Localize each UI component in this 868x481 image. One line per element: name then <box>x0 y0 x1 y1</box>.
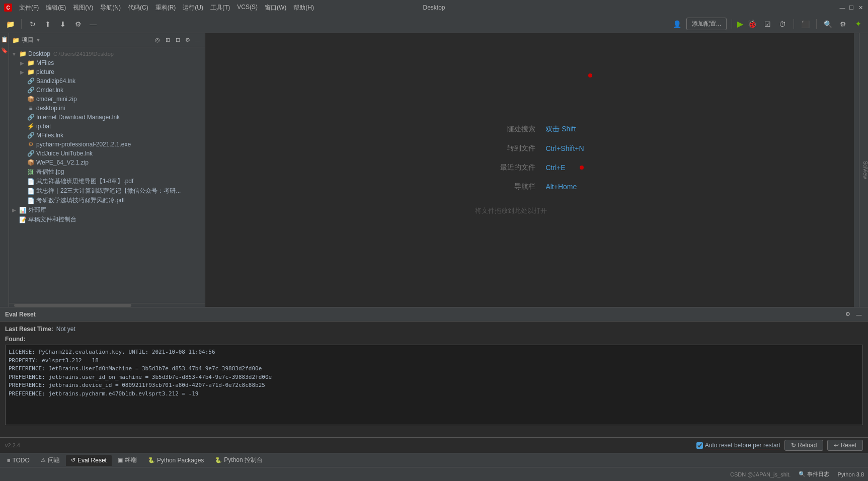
hint-drop: 将文件拖放到此处以打开 <box>475 201 584 215</box>
menu-run[interactable]: 运行(U) <box>180 3 206 13</box>
folder-icon: 📁 <box>12 37 20 44</box>
hint-recent: 最近的文件 Ctrl+E <box>475 163 584 172</box>
tree-item-pycharm-exe[interactable]: ▶ ⚙ pycharm-professional-2021.2.1.exe <box>9 140 205 149</box>
status-event-log[interactable]: 🔍 事件日志 <box>799 470 829 478</box>
expand-icon[interactable]: ⬇ <box>57 18 69 30</box>
search-icon[interactable]: 🔍 <box>822 18 834 30</box>
sync-icon[interactable]: ↻ <box>27 18 39 30</box>
menu-tools[interactable]: 工具(T) <box>207 3 233 13</box>
stop-icon[interactable]: ⬛ <box>799 18 811 30</box>
eval-text-area[interactable]: LICENSE: PyCharm212.evaluation.key, UNTI… <box>5 345 863 425</box>
tree-item-pdf1[interactable]: ▶ 📄 武忠祥基础班思维导图【1-8章】.pdf <box>9 177 205 186</box>
terminal-label: 终端 <box>125 456 137 464</box>
vidjuice-icon: 🔗 <box>27 149 35 157</box>
eval-settings-icon[interactable]: ⚙ <box>844 310 852 318</box>
reload-button[interactable]: ↻ Reload <box>784 440 823 451</box>
options-icon[interactable]: ⚙ <box>184 36 192 44</box>
tree-hscroll[interactable] <box>9 303 205 307</box>
settings-gear-icon[interactable]: ⚙ <box>72 18 84 30</box>
tree-item-bandizip[interactable]: ▶ 🔗 Bandizip64.lnk <box>9 76 205 86</box>
issues-label: 问题 <box>48 456 60 464</box>
tree-item-cmder[interactable]: ▶ 🔗 Cmder.lnk <box>9 86 205 95</box>
sidebar-bookmark-icon[interactable]: 🔖 <box>1 46 9 54</box>
tree-item-ipbat[interactable]: ▶ ⚡ ip.bat <box>9 122 205 131</box>
python-packages-label: Python Packages <box>157 457 204 464</box>
tab-python-console[interactable]: 🐍 Python 控制台 <box>210 454 268 466</box>
tree-item-cmder-zip[interactable]: ▶ 📦 cmder_mini.zip <box>9 95 205 104</box>
close-button[interactable]: ✕ <box>857 4 864 11</box>
close-panel-icon[interactable]: — <box>194 36 202 44</box>
status-python[interactable]: Python 3.8 <box>837 471 864 477</box>
pycharm-exe-icon: ⚙ <box>27 140 35 148</box>
bandizip-label: Bandizip64.lnk <box>36 77 75 85</box>
hint-navbar-key: Alt+Home <box>545 183 577 191</box>
collapse-icon[interactable]: ⬆ <box>42 18 54 30</box>
editor-scrollbar[interactable] <box>854 33 859 307</box>
help-icon[interactable]: ✦ <box>852 18 864 30</box>
collapse-all-icon[interactable]: ⊟ <box>174 36 182 44</box>
hint-goto-file: 转到文件 Ctrl+Shift+N <box>475 144 584 153</box>
run-button[interactable]: ▶ <box>737 19 743 29</box>
coverage-icon[interactable]: ☑ <box>761 18 773 30</box>
tab-todo[interactable]: ≡ TODO <box>2 455 35 466</box>
tab-python-packages[interactable]: 🐍 Python Packages <box>143 455 209 466</box>
project-icon[interactable]: 📁 <box>4 18 16 30</box>
expand-all-icon[interactable]: ⊞ <box>164 36 172 44</box>
tab-terminal[interactable]: ▣ 终端 <box>113 454 142 466</box>
tree-item-mfiles-lnk[interactable]: ▶ 🔗 MFiles.lnk <box>9 131 205 140</box>
tree-item-scratch[interactable]: ▶ 📝 草稿文件和控制台 <box>9 215 205 224</box>
python-packages-icon: 🐍 <box>148 457 155 463</box>
tree-item-pdf3[interactable]: ▶ 📄 考研数学选填技巧@野风酷冷.pdf <box>9 196 205 205</box>
tree-item-pdf2[interactable]: ▶ 📄 武忠祥｜22三大计算训练营笔记【微信公众号：考研... <box>9 186 205 196</box>
reset-button[interactable]: ↩ Reset <box>827 440 863 451</box>
tab-issues[interactable]: ⚠ 问题 <box>36 454 65 466</box>
tree-item-vidjuice[interactable]: ▶ 🔗 VidJuice UniTube.lnk <box>9 149 205 158</box>
minimize-button[interactable]: — <box>839 4 846 11</box>
menu-help[interactable]: 帮助(H) <box>290 3 317 13</box>
minus-icon[interactable]: — <box>87 18 99 30</box>
hint-navbar-label: 导航栏 <box>475 182 535 191</box>
tree-item-mfiles[interactable]: ▶ 📁 MFiles <box>9 58 205 67</box>
eval-line-2: PROPERTY: evlsprt3.212 = 18 <box>9 357 859 365</box>
picture-label: picture <box>36 68 54 75</box>
menu-view[interactable]: 视图(V) <box>70 3 96 13</box>
menu-vcs[interactable]: VCS(S) <box>234 3 261 13</box>
maximize-button[interactable]: ☐ <box>848 4 855 11</box>
sciview-label[interactable]: SciView <box>862 161 868 179</box>
debug-button[interactable]: 🐞 <box>746 18 758 30</box>
settings-icon[interactable]: ⚙ <box>837 18 849 30</box>
tree-item-desktop-ini[interactable]: ▶ ≡ desktop.ini <box>9 104 205 113</box>
auto-reset-checkbox[interactable] <box>696 442 703 449</box>
app-icon: C <box>4 4 12 12</box>
root-arrow: ▼ <box>11 51 17 57</box>
toolbar-separator-1 <box>21 19 22 29</box>
mfiles-label: MFiles <box>36 59 54 66</box>
sidebar-project-icon[interactable]: 📋 <box>1 35 9 43</box>
eval-close-icon[interactable]: — <box>855 310 863 318</box>
user-icon[interactable]: 👤 <box>671 18 683 30</box>
tree-item-picture[interactable]: ▶ 📁 picture <box>9 67 205 76</box>
window-title: Desktop <box>423 4 445 11</box>
tree-item-extlib[interactable]: ▶ 📊 外部库 <box>9 205 205 215</box>
locate-icon[interactable]: ◎ <box>153 36 162 44</box>
wepe-icon: 📦 <box>27 158 35 167</box>
dropdown-icon[interactable]: ▼ <box>36 37 41 43</box>
tree-item-idm[interactable]: ▶ 🔗 Internet Download Manager.lnk <box>9 113 205 122</box>
menu-edit[interactable]: 编辑(E) <box>43 3 69 13</box>
tree-item-jpg[interactable]: ▶ 🖼 奇偶性.jpg <box>9 167 205 177</box>
last-reset-value: Not yet <box>56 326 75 333</box>
tab-eval-reset[interactable]: ↺ Eval Reset <box>66 455 112 466</box>
profile-icon[interactable]: ⏱ <box>776 18 788 30</box>
recent-red-dot <box>580 166 584 170</box>
tree-root[interactable]: ▼ 📁 Desktop C:\Users\24119\Desktop <box>9 49 205 58</box>
menu-code[interactable]: 代码(C) <box>125 3 151 13</box>
menu-refactor[interactable]: 重构(R) <box>152 3 179 13</box>
tree-item-wepe[interactable]: ▶ 📦 WePE_64_V2.1.zip <box>9 158 205 167</box>
eval-line-5: PREFERENCE: jetbrains.device_id = 080921… <box>9 381 859 390</box>
menu-navigate[interactable]: 导航(N) <box>97 3 124 13</box>
add-config-button[interactable]: 添加配置... <box>686 18 727 30</box>
menu-file[interactable]: 文件(F) <box>16 3 42 13</box>
content-area: 📋 🔖 📁 项目 ▼ ◎ ⊞ ⊟ ⚙ — <box>0 33 868 453</box>
menu-window[interactable]: 窗口(W) <box>262 3 289 13</box>
found-label: Found: <box>5 336 863 343</box>
